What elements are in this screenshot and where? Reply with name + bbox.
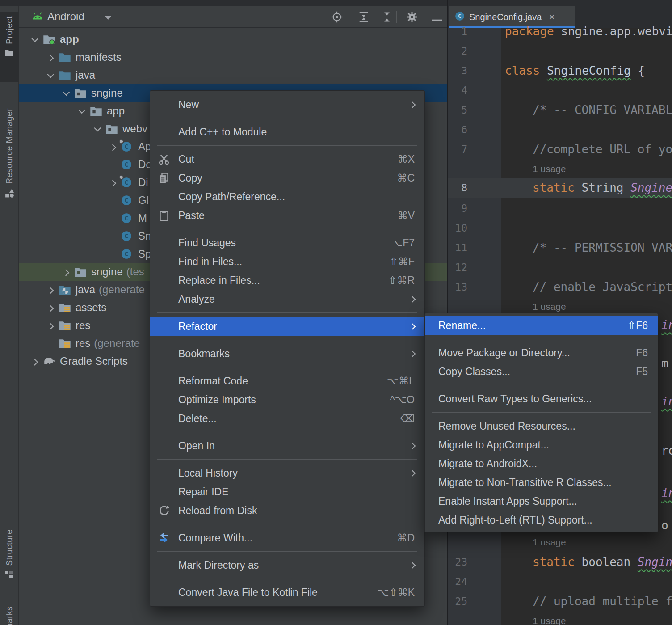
locate-file-icon[interactable] — [331, 11, 343, 23]
svg-text:C: C — [125, 232, 128, 240]
gear-icon[interactable] — [406, 11, 418, 23]
chevron-down-icon[interactable] — [59, 84, 72, 102]
chevron-right-icon[interactable] — [43, 281, 57, 299]
menu-item-bookmarks[interactable]: Bookmarks — [150, 344, 424, 363]
class-icon: C — [121, 231, 134, 241]
submenu-item-migrate-nontransitive[interactable]: Migrate to Non-Transitive R Classes... — [425, 473, 658, 492]
menu-item-local-history[interactable]: Local History — [150, 464, 424, 482]
hide-tool-window-icon[interactable] — [431, 16, 443, 29]
chevron-right-icon[interactable] — [106, 173, 119, 191]
resources-folder-icon — [59, 338, 71, 349]
menu-item-find-in-files[interactable]: Find in Files...⇧⌘F — [150, 252, 424, 271]
package-folder-icon — [74, 266, 87, 277]
tree-item-label: Ap — [138, 140, 151, 153]
chevron-right-icon[interactable] — [59, 263, 72, 281]
submenu-arrow-icon — [409, 101, 416, 108]
android-icon — [31, 12, 44, 22]
tool-window-tab-resource-manager[interactable]: Resource Manager — [0, 104, 19, 207]
menu-item-find-usages[interactable]: Find Usages⌥F7 — [150, 233, 424, 252]
svg-text:C: C — [125, 250, 128, 258]
menu-item-cut[interactable]: Cut⌘X — [150, 150, 424, 169]
submenu-item-migrate-appcompat[interactable]: Migrate to AppCompat... — [425, 435, 658, 454]
code-line: package sngine.app.webvi — [505, 21, 672, 41]
chevron-down-icon[interactable] — [43, 66, 57, 84]
line-number: 2 — [448, 41, 467, 61]
line-number: 3 — [448, 61, 467, 80]
menu-separator — [157, 229, 417, 229]
submenu-item-convert-raw-types[interactable]: Convert Raw Types to Generics... — [425, 389, 658, 408]
menu-item-reformat-code[interactable]: Reformat Code⌥⌘L — [150, 372, 424, 390]
submenu-item-migrate-androidx[interactable]: Migrate to AndroidX... — [425, 454, 658, 473]
menu-separator — [157, 145, 417, 146]
menu-separator — [157, 459, 417, 460]
folder-icon — [5, 49, 14, 58]
menu-item-new[interactable]: New — [150, 95, 424, 114]
menu-item-replace-in-files[interactable]: Replace in Files...⇧⌘R — [150, 271, 424, 290]
structure-icon — [5, 570, 14, 579]
tool-window-tab-bookmarks[interactable]: Bookmarks — [0, 602, 19, 625]
submenu-item-rename[interactable]: Rename...⇧F6 — [425, 316, 658, 335]
chevron-down-icon[interactable] — [28, 30, 41, 48]
chevron-right-icon[interactable] — [43, 299, 57, 317]
menu-item-convert-to-kotlin[interactable]: Convert Java File to Kotlin File⌥⇧⌘K — [150, 583, 424, 602]
class-icon: C — [121, 213, 134, 224]
line-number: 23 — [448, 552, 467, 572]
tree-item-app-module[interactable]: app — [19, 30, 447, 48]
structure-tab-label: Structure — [4, 529, 14, 566]
chevron-right-icon[interactable] — [43, 48, 57, 66]
submenu-item-copy-classes[interactable]: Copy Classes...F5 — [425, 362, 658, 381]
chevron-down-icon[interactable] — [90, 120, 104, 138]
menu-item-optimize-imports[interactable]: Optimize Imports^⌥O — [150, 390, 424, 409]
line-number: 4 — [448, 80, 467, 100]
menu-item-add-cpp[interactable]: Add C++ to Module — [150, 122, 424, 141]
usage-inlay-hint[interactable]: 1 usage — [533, 159, 566, 179]
chevron-down-icon[interactable] — [75, 102, 88, 120]
menu-separator — [157, 432, 417, 432]
tree-item-suffix: (generate — [94, 337, 140, 350]
expand-all-icon[interactable] — [357, 11, 370, 23]
submenu-item-remove-unused-resources[interactable]: Remove Unused Resources... — [425, 417, 658, 435]
menu-item-delete[interactable]: Delete...⌫ — [150, 409, 424, 428]
tree-item-label: webv — [122, 122, 147, 135]
menu-item-open-in[interactable]: Open In — [150, 436, 424, 455]
gradle-elephant-icon — [43, 356, 55, 367]
tree-item-label: Gl — [138, 194, 149, 207]
code-line: static String Sngine — [533, 178, 672, 198]
submenu-item-instant-apps[interactable]: Enable Instant Apps Support... — [425, 492, 658, 511]
menu-item-analyze[interactable]: Analyze — [150, 290, 424, 308]
usage-inlay-hint[interactable]: 1 usage — [533, 532, 566, 552]
code-line: // enable JavaScript — [533, 277, 672, 297]
submenu-item-move-package[interactable]: Move Package or Directory...F6 — [425, 343, 658, 362]
tool-window-bar: Project Resource Manager Structure Bookm… — [0, 6, 19, 625]
menu-item-copy-path[interactable]: Copy Path/Reference... — [150, 187, 424, 206]
tree-item-label: java — [76, 69, 95, 81]
menu-item-mark-directory-as[interactable]: Mark Directory as — [150, 556, 424, 574]
menu-item-refactor[interactable]: Refactor — [150, 317, 424, 336]
tree-item-manifests[interactable]: manifests — [19, 48, 447, 66]
close-icon[interactable]: × — [549, 12, 555, 22]
tree-item-label: app — [107, 105, 125, 117]
code-fragment: o — [661, 515, 668, 535]
menu-item-copy[interactable]: Copy⌘C — [150, 169, 424, 187]
menu-separator — [432, 385, 651, 385]
tab-title: SngineConfig.java — [469, 12, 542, 22]
tool-window-tab-project[interactable]: Project — [0, 12, 19, 82]
menu-item-repair-ide[interactable]: Repair IDE — [150, 482, 424, 501]
usage-inlay-hint[interactable]: 1 usage — [533, 611, 566, 625]
chevron-right-icon[interactable] — [28, 352, 41, 370]
menu-item-reload-from-disk[interactable]: Reload from Disk — [150, 501, 424, 520]
chevron-down-icon[interactable] — [105, 16, 112, 20]
menu-item-paste[interactable]: Paste⌘V — [150, 206, 424, 225]
collapse-all-icon[interactable] — [381, 11, 393, 23]
tree-item-java[interactable]: java — [19, 66, 447, 84]
submenu-item-rtl-support[interactable]: Add Right-to-Left (RTL) Support... — [425, 511, 658, 529]
shapes-icon — [5, 189, 14, 198]
tree-item-label: sngine — [91, 87, 123, 99]
chevron-right-icon[interactable] — [106, 138, 119, 156]
tree-item-suffix: (generate — [99, 283, 145, 296]
code-line: // upload multiple f — [533, 591, 672, 611]
view-selector[interactable]: Android — [47, 10, 84, 23]
menu-item-compare-with[interactable]: Compare With...⌘D — [150, 528, 424, 547]
chevron-right-icon[interactable] — [43, 317, 57, 334]
tool-window-tab-structure[interactable]: Structure — [0, 525, 19, 593]
